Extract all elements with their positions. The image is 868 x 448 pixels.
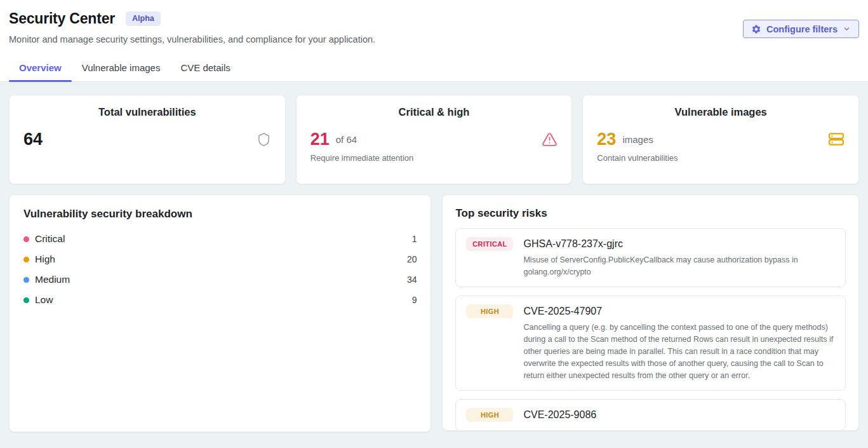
- legend-label: Low: [35, 294, 53, 306]
- risk-id: CVE-2025-47907: [523, 306, 602, 317]
- risk-list: CRITICAL GHSA-v778-237x-gjrc Misuse of S…: [455, 228, 846, 431]
- chevron-down-icon: [843, 25, 851, 33]
- tab-cve-details[interactable]: CVE details: [170, 56, 240, 81]
- warning-icon: [542, 132, 558, 147]
- breakdown-legend: Critical 1 High 20 Medium 34 Low 9: [23, 229, 417, 310]
- stat-caption: Require immediate attention: [310, 153, 558, 163]
- risk-description: Misuse of ServerConfig.PublicKeyCallback…: [523, 254, 834, 278]
- stat-card-critical-high: Critical & high 21 of 64 Require immedia…: [296, 95, 573, 184]
- stat-unit: of 64: [336, 134, 357, 145]
- configure-filters-button[interactable]: Configure filters: [743, 20, 859, 38]
- page-subtitle: Monitor and manage security settings, vu…: [9, 34, 859, 44]
- page-header: Security Center Alpha Monitor and manage…: [0, 0, 868, 82]
- legend-value: 1: [412, 234, 417, 244]
- stats-row: Total vulnerabilities 64 Critical & high…: [9, 95, 859, 184]
- legend-value: 20: [407, 254, 417, 264]
- alpha-badge: Alpha: [126, 11, 161, 26]
- stat-value: 64: [23, 131, 43, 148]
- gear-icon: [751, 24, 761, 34]
- tab-overview[interactable]: Overview: [9, 56, 72, 81]
- main-content: Total vulnerabilities 64 Critical & high…: [0, 82, 868, 432]
- title-row: Security Center Alpha: [9, 10, 859, 27]
- tab-vulnerable-images[interactable]: Vulnerable images: [72, 56, 171, 81]
- stat-value: 23: [597, 131, 616, 148]
- legend-label: Critical: [35, 233, 65, 245]
- configure-filters-label: Configure filters: [766, 24, 838, 34]
- risk-id: GHSA-v778-237x-gjrc: [523, 238, 623, 250]
- breakdown-title: Vulnerability security breakdown: [23, 208, 417, 221]
- high-dot: [23, 257, 29, 262]
- tab-bar: Overview Vulnerable images CVE details: [9, 56, 241, 81]
- risk-card-cve-2025-9086[interactable]: HIGH CVE-2025-9086: [455, 399, 846, 431]
- stat-value: 21: [310, 131, 330, 148]
- stat-title: Vulnerable images: [597, 106, 845, 118]
- stat-unit: images: [622, 134, 653, 145]
- top-risks-title: Top security risks: [455, 207, 846, 220]
- panels-row: Vulnerability security breakdown Critica…: [9, 194, 859, 432]
- legend-value: 34: [407, 275, 417, 285]
- risk-card-cve-2025-47907[interactable]: HIGH CVE-2025-47907 Cancelling a query (…: [455, 295, 846, 391]
- risk-card-ghsa-v778-237x-gjrc[interactable]: CRITICAL GHSA-v778-237x-gjrc Misuse of S…: [455, 228, 846, 287]
- legend-row-high: High 20: [23, 249, 417, 269]
- server-icon: [828, 131, 845, 147]
- legend-row-medium: Medium 34: [23, 269, 417, 290]
- stat-card-total-vulnerabilities: Total vulnerabilities 64: [9, 95, 286, 184]
- risk-id: CVE-2025-9086: [523, 409, 596, 421]
- legend-row-low: Low 9: [23, 290, 417, 310]
- stat-title: Critical & high: [310, 106, 558, 118]
- stat-card-vulnerable-images: Vulnerable images 23 images Contain vuln…: [582, 95, 859, 184]
- legend-row-critical: Critical 1: [23, 229, 417, 249]
- legend-label: High: [35, 254, 55, 265]
- low-dot: [23, 297, 29, 303]
- severity-badge: HIGH: [466, 408, 513, 422]
- severity-badge: HIGH: [466, 304, 513, 318]
- legend-value: 9: [412, 295, 417, 305]
- stat-caption: Contain vulnerabilities: [597, 153, 845, 163]
- medium-dot: [23, 277, 29, 283]
- severity-badge: CRITICAL: [466, 237, 513, 251]
- top-security-risks-panel: Top security risks CRITICAL GHSA-v778-23…: [442, 194, 859, 431]
- page-title: Security Center: [9, 10, 115, 27]
- vulnerability-breakdown-panel: Vulnerability security breakdown Critica…: [9, 194, 431, 432]
- legend-label: Medium: [35, 274, 70, 285]
- shield-icon: [257, 132, 271, 147]
- critical-dot: [23, 236, 29, 242]
- risk-description: Cancelling a query (e.g. by cancelling t…: [523, 322, 834, 382]
- stat-title: Total vulnerabilities: [23, 106, 271, 118]
